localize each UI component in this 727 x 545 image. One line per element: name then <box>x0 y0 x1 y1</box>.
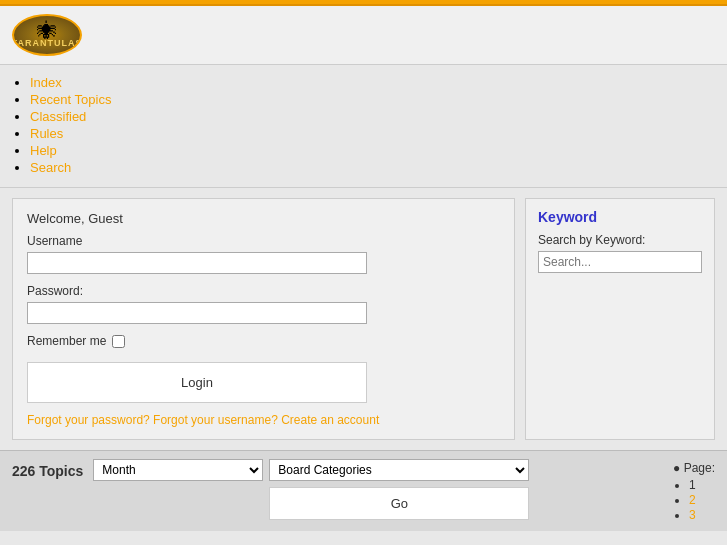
password-label: Password: <box>27 284 500 298</box>
nav-link-search[interactable]: Search <box>30 160 71 175</box>
username-label: Username <box>27 234 500 248</box>
go-button[interactable]: Go <box>274 492 524 515</box>
page-item-2[interactable]: 2 <box>689 493 696 507</box>
keyword-title: Keyword <box>538 209 702 225</box>
remember-checkbox[interactable] <box>112 335 125 348</box>
keyword-section: Keyword Search by Keyword: <box>525 198 715 440</box>
nav-link-index[interactable]: Index <box>30 75 62 90</box>
nav-item-rules[interactable]: Rules <box>30 126 713 141</box>
nav-list: Index Recent Topics Classified Rules Hel… <box>14 75 713 175</box>
page-item-3[interactable]: 3 <box>689 508 696 522</box>
keyword-search-input[interactable] <box>538 251 702 273</box>
main-content: Welcome, Guest Username Password: Rememb… <box>0 188 727 450</box>
nav-item-index[interactable]: Index <box>30 75 713 90</box>
logo: 🕷 TARANTULAS <box>12 14 82 56</box>
remember-row: Remember me <box>27 334 500 348</box>
nav-link-classified[interactable]: Classified <box>30 109 86 124</box>
login-button-wrap: Login <box>27 362 367 403</box>
nav-item-help[interactable]: Help <box>30 143 713 158</box>
forgot-password-link[interactable]: Forgot your password? <box>27 413 150 427</box>
page-item-1: 1 <box>689 478 696 492</box>
page-label: ● Page: <box>673 461 715 475</box>
login-section: Welcome, Guest Username Password: Rememb… <box>12 198 515 440</box>
logo-text: TARANTULAS <box>12 38 82 48</box>
bottom-row1: Month Board Categories <box>93 459 667 481</box>
bottom-row2: Go <box>269 487 667 520</box>
nav-link-help[interactable]: Help <box>30 143 57 158</box>
nav-item-classified[interactable]: Classified <box>30 109 713 124</box>
nav-item-recent[interactable]: Recent Topics <box>30 92 713 107</box>
page-nav: ● Page: 1 2 3 <box>673 459 715 523</box>
welcome-text: Welcome, Guest <box>27 211 500 226</box>
bottom-section: 226 Topics Month Board Categories Go ● P… <box>0 450 727 531</box>
remember-label: Remember me <box>27 334 106 348</box>
header: 🕷 TARANTULAS <box>0 6 727 65</box>
page-link-2[interactable]: 2 <box>689 493 696 507</box>
forgot-links: Forgot your password? Forgot your userna… <box>27 413 500 427</box>
create-account-link[interactable]: Create an account <box>281 413 379 427</box>
login-button[interactable]: Login <box>34 369 360 396</box>
category-select[interactable]: Board Categories <box>269 459 529 481</box>
nav-link-recent[interactable]: Recent Topics <box>30 92 111 107</box>
nav-link-rules[interactable]: Rules <box>30 126 63 141</box>
nav-item-search[interactable]: Search <box>30 160 713 175</box>
nav: Index Recent Topics Classified Rules Hel… <box>0 65 727 188</box>
keyword-search-label: Search by Keyword: <box>538 233 702 247</box>
password-input[interactable] <box>27 302 367 324</box>
forgot-username-link[interactable]: Forgot your username? <box>153 413 278 427</box>
go-button-wrap: Go <box>269 487 529 520</box>
logo-container[interactable]: 🕷 TARANTULAS <box>12 14 82 56</box>
bottom-controls: Month Board Categories Go <box>93 459 667 520</box>
month-select[interactable]: Month <box>93 459 263 481</box>
username-input[interactable] <box>27 252 367 274</box>
topics-count: 226 Topics <box>12 459 83 479</box>
page-link-3[interactable]: 3 <box>689 508 696 522</box>
page-list: 1 2 3 <box>673 477 696 523</box>
